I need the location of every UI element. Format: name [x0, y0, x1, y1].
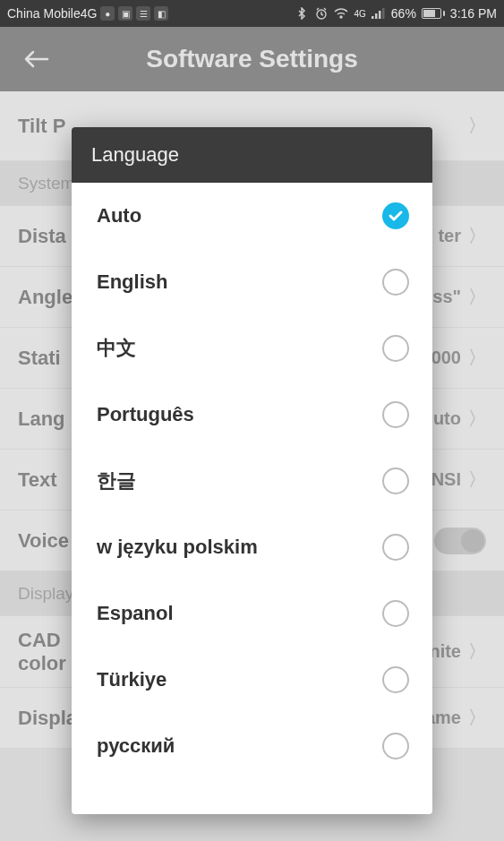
- status-left: China Mobile4G ● ▣ ☰ ◧: [7, 6, 168, 21]
- signal-icon: [372, 6, 386, 21]
- svg-rect-2: [372, 16, 374, 19]
- radio-unchecked-icon[interactable]: [382, 534, 409, 561]
- notif-icon: ●: [100, 6, 115, 21]
- language-option-label: Türkiye: [97, 668, 167, 691]
- language-option[interactable]: Türkiye: [72, 647, 432, 713]
- language-option[interactable]: English: [72, 249, 432, 315]
- language-option-label: Português: [97, 403, 194, 426]
- radio-unchecked-icon[interactable]: [382, 269, 409, 296]
- radio-unchecked-icon[interactable]: [382, 600, 409, 627]
- carrier-label: China Mobile4G: [7, 6, 97, 21]
- radio-checked-icon[interactable]: [382, 202, 409, 229]
- language-option-label: Auto: [97, 204, 141, 227]
- radio-unchecked-icon[interactable]: [382, 733, 409, 759]
- language-dialog: Language AutoEnglish中文Português한글w język…: [72, 127, 432, 814]
- network-type-label: 4G: [354, 9, 365, 19]
- screen: China Mobile4G ● ▣ ☰ ◧ 4G 66%: [0, 0, 504, 841]
- language-option-label: w języku polskim: [97, 536, 258, 559]
- language-option[interactable]: Português: [72, 382, 432, 448]
- clock-label: 3:16 PM: [450, 6, 497, 21]
- status-bar: China Mobile4G ● ▣ ☰ ◧ 4G 66%: [0, 0, 504, 27]
- language-option[interactable]: Auto: [72, 183, 432, 249]
- language-option[interactable]: 한글: [72, 448, 432, 514]
- svg-rect-3: [375, 13, 378, 19]
- language-option-label: Espanol: [97, 602, 174, 625]
- radio-unchecked-icon[interactable]: [382, 335, 409, 362]
- svg-point-1: [340, 16, 342, 18]
- language-option[interactable]: w języku polskim: [72, 514, 432, 580]
- alarm-icon: [314, 6, 329, 21]
- notif-icon: ▣: [118, 6, 132, 21]
- language-option[interactable]: русский: [72, 713, 432, 779]
- dialog-title: Language: [72, 127, 432, 183]
- language-option-list[interactable]: AutoEnglish中文Português한글w języku polskim…: [72, 183, 432, 814]
- radio-unchecked-icon[interactable]: [382, 401, 409, 428]
- language-option-label: русский: [97, 734, 175, 758]
- language-option[interactable]: Espanol: [72, 580, 432, 647]
- svg-rect-5: [382, 8, 385, 19]
- notif-icon: ☰: [136, 6, 150, 21]
- language-option[interactable]: 中文: [72, 315, 432, 382]
- battery-pct-label: 66%: [391, 6, 416, 21]
- wifi-icon: [334, 6, 348, 21]
- svg-rect-4: [379, 11, 381, 19]
- language-option-label: 한글: [97, 468, 136, 494]
- status-right: 4G 66% 3:16 PM: [295, 6, 497, 21]
- radio-unchecked-icon[interactable]: [382, 468, 409, 494]
- bluetooth-icon: [295, 6, 309, 21]
- notif-icon: ◧: [154, 6, 168, 21]
- language-option-label: 中文: [97, 335, 136, 362]
- battery-icon: [422, 8, 445, 19]
- radio-unchecked-icon[interactable]: [382, 666, 409, 693]
- language-option-label: English: [97, 270, 167, 294]
